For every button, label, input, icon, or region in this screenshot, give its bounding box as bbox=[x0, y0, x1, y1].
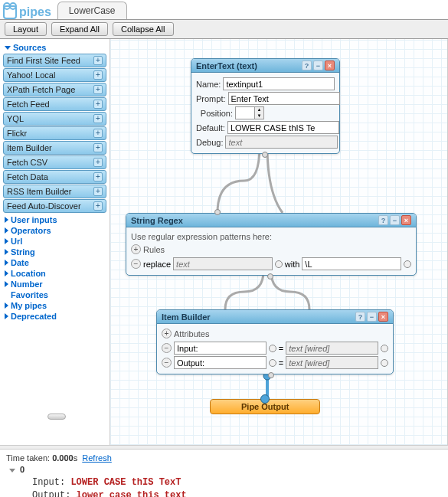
wire-port[interactable] bbox=[381, 359, 388, 367]
app-logo[interactable]: pipes bbox=[3, 5, 51, 19]
expand-all-button[interactable]: Expand All bbox=[51, 22, 108, 36]
module-entertext[interactable]: EnterText (text) ? − × Name: Prompt: Pos… bbox=[191, 58, 340, 154]
chevron-right-icon bbox=[5, 302, 8, 309]
plus-icon[interactable]: + bbox=[93, 172, 103, 181]
output-port[interactable] bbox=[267, 273, 273, 280]
timetaken-label: Time taken: bbox=[6, 453, 52, 463]
with-input[interactable] bbox=[302, 257, 401, 270]
source-item[interactable]: Flickr+ bbox=[3, 126, 106, 140]
wire-port[interactable] bbox=[381, 345, 388, 352]
sidebar-resize-handle[interactable] bbox=[47, 414, 66, 420]
attr-val-input[interactable] bbox=[286, 342, 378, 355]
horizontal-splitter[interactable] bbox=[0, 445, 448, 450]
plus-icon[interactable]: + bbox=[93, 201, 103, 211]
module-title-label: String Regex bbox=[131, 216, 183, 225]
attr-key-input[interactable] bbox=[174, 342, 267, 355]
position-stepper[interactable]: ▲▼ bbox=[235, 106, 264, 119]
source-item[interactable]: Fetch Data+ bbox=[3, 170, 106, 184]
sidebar-section-operators[interactable]: Operators bbox=[3, 225, 106, 236]
source-item[interactable]: Find First Site Feed+ bbox=[3, 54, 106, 67]
layout-button[interactable]: Layout bbox=[5, 22, 47, 36]
module-string-regex[interactable]: String Regex ? − × Use regular expressio… bbox=[126, 213, 417, 276]
source-item[interactable]: Fetch Feed+ bbox=[3, 97, 106, 111]
plus-icon[interactable]: + bbox=[93, 114, 103, 123]
wire-port[interactable] bbox=[275, 260, 283, 268]
help-icon[interactable]: ? bbox=[378, 215, 388, 225]
plus-icon[interactable]: + bbox=[93, 56, 103, 65]
source-label: Fetch Data bbox=[7, 172, 48, 181]
toolbar: Layout Expand All Collapse All bbox=[0, 19, 448, 39]
chevron-right-icon bbox=[5, 313, 8, 319]
close-icon[interactable]: × bbox=[378, 312, 388, 322]
source-label: RSS Item Builder bbox=[7, 187, 71, 196]
help-icon[interactable]: ? bbox=[302, 60, 312, 70]
attr-val-input[interactable] bbox=[286, 356, 378, 369]
chevron-down-icon[interactable] bbox=[9, 469, 15, 472]
collapse-all-button[interactable]: Collapse All bbox=[113, 22, 173, 36]
output-port[interactable] bbox=[262, 152, 268, 158]
sidebar-section-date[interactable]: Date bbox=[3, 257, 106, 268]
wire-port[interactable] bbox=[404, 260, 411, 268]
minimize-icon[interactable]: − bbox=[390, 215, 400, 225]
source-item[interactable]: YQL+ bbox=[3, 112, 106, 126]
section-label: Location bbox=[11, 269, 46, 278]
plus-icon[interactable]: + bbox=[93, 100, 103, 109]
plus-icon[interactable]: + bbox=[93, 70, 103, 80]
minimize-icon[interactable]: − bbox=[367, 312, 377, 322]
plus-icon[interactable]: + bbox=[93, 187, 103, 196]
remove-attr-icon[interactable]: − bbox=[162, 358, 172, 368]
sidebar-section-favorites[interactable]: Favorites bbox=[3, 289, 106, 300]
source-label: Flickr bbox=[7, 129, 27, 138]
canvas[interactable]: EnterText (text) ? − × Name: Prompt: Pos… bbox=[110, 39, 448, 445]
close-icon[interactable]: × bbox=[401, 215, 411, 225]
module-titlebar[interactable]: String Regex ? − × bbox=[126, 214, 416, 227]
source-item[interactable]: RSS Item Builder+ bbox=[3, 185, 106, 198]
wire-port[interactable] bbox=[269, 359, 276, 367]
refresh-link[interactable]: Refresh bbox=[82, 453, 112, 463]
remove-rule-icon[interactable]: − bbox=[131, 259, 141, 269]
minimize-icon[interactable]: − bbox=[313, 60, 323, 70]
sidebar-section-location[interactable]: Location bbox=[3, 268, 106, 279]
default-input[interactable] bbox=[227, 121, 339, 134]
debug-input[interactable] bbox=[225, 136, 338, 149]
source-label: YQL bbox=[7, 114, 24, 123]
sidebar-section-user-inputs[interactable]: User inputs bbox=[3, 214, 106, 225]
sidebar-section-url[interactable]: Url bbox=[3, 236, 106, 247]
module-titlebar[interactable]: Item Builder ? − × bbox=[157, 310, 393, 324]
sources-header[interactable]: Sources bbox=[3, 42, 106, 53]
attr-key-input[interactable] bbox=[174, 356, 267, 369]
source-item[interactable]: Fetch CSV+ bbox=[3, 155, 106, 169]
name-input[interactable] bbox=[223, 77, 335, 90]
pipe-tab[interactable]: LowerCase bbox=[57, 2, 127, 19]
wire-port[interactable] bbox=[269, 345, 276, 352]
module-titlebar[interactable]: EnterText (text) ? − × bbox=[191, 59, 339, 73]
chevron-right-icon bbox=[5, 260, 8, 266]
close-icon[interactable]: × bbox=[325, 60, 335, 70]
sidebar-section-my-pipes[interactable]: My pipes bbox=[3, 300, 106, 311]
source-item[interactable]: XPath Fetch Page+ bbox=[3, 83, 106, 96]
add-attr-icon[interactable]: + bbox=[162, 329, 172, 338]
input-port[interactable] bbox=[214, 209, 221, 215]
module-item-builder[interactable]: Item Builder ? − × + Attributes − = − bbox=[156, 309, 394, 374]
source-item[interactable]: Yahoo! Local+ bbox=[3, 68, 106, 82]
section-label: Url bbox=[11, 237, 22, 246]
replace-input[interactable] bbox=[173, 257, 273, 270]
source-item[interactable]: Item Builder+ bbox=[3, 141, 106, 155]
prompt-input[interactable] bbox=[228, 92, 340, 105]
add-rule-icon[interactable]: + bbox=[131, 244, 141, 254]
output-port[interactable] bbox=[268, 372, 274, 378]
sidebar-section-deprecated[interactable]: Deprecated bbox=[3, 311, 106, 322]
help-icon[interactable]: ? bbox=[355, 312, 365, 322]
remove-attr-icon[interactable]: − bbox=[162, 343, 172, 353]
source-item[interactable]: Feed Auto-Discover+ bbox=[3, 199, 106, 213]
plus-icon[interactable]: + bbox=[93, 129, 103, 138]
sidebar-section-string[interactable]: String bbox=[3, 247, 106, 257]
input-value: LOWER CASE thIS TexT bbox=[70, 477, 181, 488]
plus-icon[interactable]: + bbox=[93, 85, 103, 94]
chevron-right-icon bbox=[5, 281, 8, 287]
pipe-output[interactable]: Pipe Output bbox=[210, 399, 320, 414]
plus-icon[interactable]: + bbox=[93, 158, 103, 167]
plus-icon[interactable]: + bbox=[93, 143, 103, 152]
source-label: Item Builder bbox=[7, 143, 52, 152]
sidebar-section-number[interactable]: Number bbox=[3, 279, 106, 289]
